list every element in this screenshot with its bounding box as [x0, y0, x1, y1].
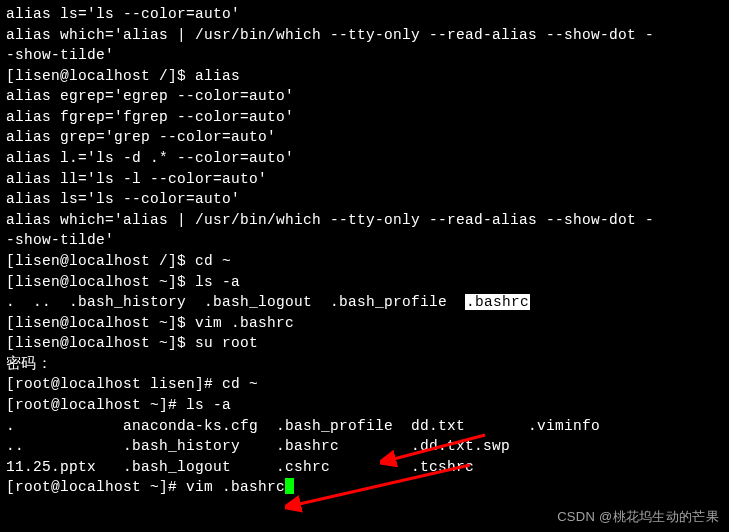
terminal-output[interactable]: alias ls='ls --color=auto' alias which='… [6, 4, 723, 498]
output-line: alias fgrep='fgrep --color=auto' [6, 107, 723, 128]
output-line: alias l.='ls -d .* --color=auto' [6, 148, 723, 169]
prompt-line: [root@localhost lisen]# cd ~ [6, 374, 723, 395]
output-line: .. .bash_history .bashrc .dd.txt.swp [6, 436, 723, 457]
prompt-line: [lisen@localhost /]$ cd ~ [6, 251, 723, 272]
prompt-line: [lisen@localhost ~]$ su root [6, 333, 723, 354]
prompt-line: [root@localhost ~]# ls -a [6, 395, 723, 416]
output-line: . .. .bash_history .bash_logout .bash_pr… [6, 292, 723, 313]
prompt-line: [lisen@localhost /]$ alias [6, 66, 723, 87]
output-line: alias which='alias | /usr/bin/which --tt… [6, 210, 723, 231]
output-line: -show-tilde' [6, 230, 723, 251]
terminal-cursor [285, 478, 294, 494]
output-line: alias egrep='egrep --color=auto' [6, 86, 723, 107]
output-line: alias ls='ls --color=auto' [6, 4, 723, 25]
output-line: 11.25.pptx .bash_logout .cshrc .tcshrc [6, 457, 723, 478]
watermark-text: CSDN @桃花坞生动的芒果 [557, 508, 719, 526]
prompt-line: [root@localhost ~]# vim .bashrc [6, 477, 723, 498]
prompt-line: [lisen@localhost ~]$ ls -a [6, 272, 723, 293]
output-line: alias grep='grep --color=auto' [6, 127, 723, 148]
output-line: -show-tilde' [6, 45, 723, 66]
output-line: alias which='alias | /usr/bin/which --tt… [6, 25, 723, 46]
password-prompt: 密码： [6, 354, 723, 375]
output-line: alias ll='ls -l --color=auto' [6, 169, 723, 190]
prompt-line: [lisen@localhost ~]$ vim .bashrc [6, 313, 723, 334]
output-line: . anaconda-ks.cfg .bash_profile dd.txt .… [6, 416, 723, 437]
highlighted-file: .bashrc [465, 294, 530, 310]
output-line: alias ls='ls --color=auto' [6, 189, 723, 210]
